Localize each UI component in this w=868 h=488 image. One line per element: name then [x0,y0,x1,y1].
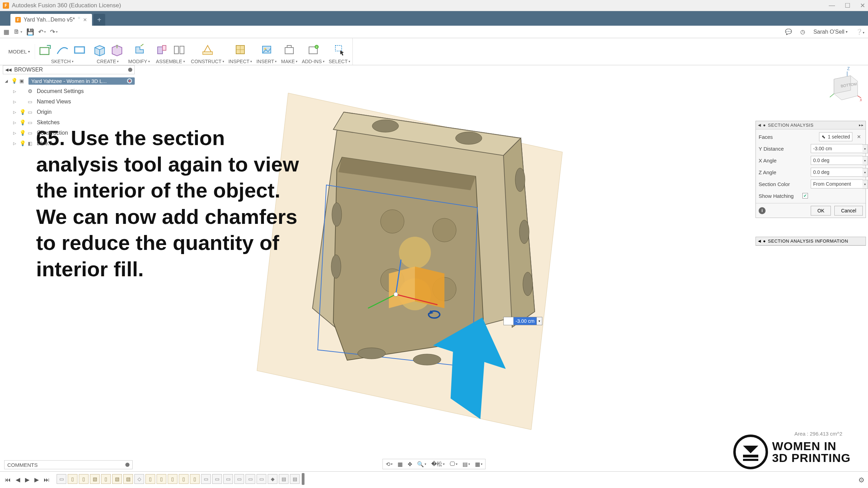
sketch-rect-icon[interactable] [72,42,87,57]
ribbon-label[interactable]: INSERT▾ [256,59,277,64]
panel-title[interactable]: ◀ ● SECTION ANALYSIS ▸▸ [756,121,866,129]
tree-expand-icon[interactable]: ▷ [13,120,17,125]
pan-icon[interactable]: ✥ [408,461,412,468]
select-icon[interactable] [332,42,347,57]
visibility-icon[interactable]: 💡 [19,109,26,115]
tree-expand-icon[interactable]: ▷ [13,89,17,94]
assemble-icon2[interactable] [172,42,187,57]
view-cube[interactable]: Z BOTTOM X [824,66,862,104]
activate-icon[interactable] [127,78,132,83]
timeline-marker[interactable] [302,473,304,485]
ok-button[interactable]: OK [811,206,831,216]
timeline-feature[interactable]: ◇ [134,474,144,484]
browser-header[interactable]: ◀◀ BROWSER [3,65,135,74]
modify-icon[interactable] [132,42,147,57]
panel-expand-icon[interactable]: ▸▸ [859,123,863,127]
timeline-feature[interactable]: ▯ [101,474,111,484]
redo-icon[interactable]: ↷▾ [50,28,58,36]
tree-expand-icon[interactable]: ◢ [5,79,9,83]
browser-root-component[interactable]: ◢ 💡 ▣ Yard Yahtzee - Women in 3D L... [3,76,135,86]
tree-expand-icon[interactable]: ▷ [13,100,17,104]
data-panel-icon[interactable]: ▦ [3,28,9,36]
timeline-feature[interactable]: ▧ [112,474,122,484]
viewport-layout-icon[interactable]: ▦▾ [475,461,483,468]
tab-close-icon[interactable]: ✕ [83,17,87,23]
y-distance-input[interactable]: -3.00 cm▾ [811,144,863,153]
ribbon-label[interactable]: CREATE▾ [97,59,119,64]
spinner-icon[interactable]: ▾ [862,144,868,153]
look-at-icon[interactable]: ▦ [398,461,403,468]
orbit-icon[interactable]: ⟲▾ [386,461,393,468]
ribbon-label[interactable]: ADD-INS▾ [302,59,325,64]
timeline-feature[interactable]: ▯ [168,474,177,484]
faces-selection[interactable]: ⬉1 selected [819,132,852,141]
assemble-icon1[interactable] [154,42,169,57]
browser-item-document-settings[interactable]: ▷ ⚙ Document Settings [3,86,135,96]
timeline-feature[interactable]: ▤ [290,474,300,484]
workspace-switcher[interactable]: MODEL▾ [3,44,35,59]
panel-collapse-icon[interactable]: ◀ [758,123,761,127]
timeline-feature[interactable]: ▭ [212,474,222,484]
insert-icon[interactable] [259,42,274,57]
timeline-feature[interactable]: ▯ [145,474,155,484]
help-icon[interactable]: ❔▾ [856,28,865,35]
timeline-feature[interactable]: ▯ [179,474,189,484]
viewport[interactable]: 65. Use the section analysis tool again … [0,65,868,471]
browser-options-icon[interactable] [128,68,132,72]
visibility-icon[interactable]: 💡 [11,78,17,84]
save-icon[interactable]: 💾 [26,28,34,36]
ribbon-label[interactable]: SELECT▾ [329,59,350,64]
jobs-icon[interactable]: ◷ [800,28,805,35]
timeline-feature[interactable]: ▯ [68,474,77,484]
fit-icon[interactable]: �松▾ [431,461,445,468]
construct-icon[interactable] [200,42,215,57]
spinner-icon[interactable]: ▾ [862,156,868,165]
timeline-feature[interactable]: ▭ [57,474,66,484]
timeline-feature[interactable]: ▯ [157,474,166,484]
tree-expand-icon[interactable]: ▷ [13,131,17,135]
x-angle-input[interactable]: 0.0 deg▾ [811,156,863,165]
browser-item-named-views[interactable]: ▷ ▭ Named Views [3,96,135,107]
dimension-input-popup[interactable]: -3.00 cm ▾ [503,317,542,325]
undo-icon[interactable]: ↶▾ [38,28,46,36]
tree-expand-icon[interactable]: ▷ [13,141,17,146]
timeline-feature[interactable]: ▭ [201,474,211,484]
create-box-icon[interactable] [91,42,107,57]
timeline-feature[interactable]: ▭ [223,474,233,484]
timeline-next-icon[interactable]: ▶ [33,476,40,483]
browser-collapse-icon[interactable]: ◀◀ [5,67,11,72]
visibility-icon[interactable]: 💡 [19,130,26,136]
ribbon-label[interactable]: INSPECT▾ [228,59,252,64]
timeline-feature[interactable]: ▧ [90,474,100,484]
ribbon-label[interactable]: MAKE▾ [281,59,298,64]
make-icon[interactable] [282,42,297,57]
sketch-create-icon[interactable] [37,42,52,57]
document-tab[interactable]: F Yard Yah...Demo v5* ○ ✕ [10,14,92,26]
timeline-feature[interactable]: ▧ [123,474,133,484]
window-maximize-icon[interactable]: ☐ [845,2,850,9]
browser-item-dice[interactable]: ▷ 💡 ◧ Dice:1 [3,138,135,149]
ribbon-label[interactable]: CONSTRUCT▾ [191,59,224,64]
user-menu[interactable]: Sarah O'Sell▾ [813,29,848,35]
timeline-prev-icon[interactable]: ◀ [14,476,22,483]
timeline-feature[interactable]: ▯ [79,474,89,484]
comments-panel-header[interactable]: COMMENTS [4,460,133,469]
panel-title[interactable]: ◀ ● SECTION ANALYSIS INFORMATION [756,237,866,245]
section-color-select[interactable]: From Component▾ [811,179,863,188]
grid-settings-icon[interactable]: ▤▾ [462,461,470,468]
timeline-feature[interactable]: ▯ [190,474,200,484]
visibility-icon[interactable]: 💡 [19,119,26,126]
z-angle-input[interactable]: 0.0 deg▾ [811,168,863,177]
browser-item-construction[interactable]: ▷ 💡 ▭ Construction [3,128,135,138]
tree-expand-icon[interactable]: ▷ [13,110,17,115]
create-extrude-icon[interactable] [109,42,124,57]
file-menu-icon[interactable]: 🗎▾ [14,28,22,35]
dimension-value[interactable]: -3.00 cm [514,317,536,325]
timeline-settings-icon[interactable]: ⚙ [858,476,865,484]
ribbon-label[interactable]: SKETCH▾ [51,59,74,64]
addins-icon[interactable]: + [306,42,321,57]
info-icon[interactable]: i [759,207,766,214]
browser-item-origin[interactable]: ▷ 💡 ▭ Origin [3,107,135,117]
timeline-feature[interactable]: ▭ [257,474,266,484]
display-settings-icon[interactable]: 🖵▾ [450,461,458,467]
